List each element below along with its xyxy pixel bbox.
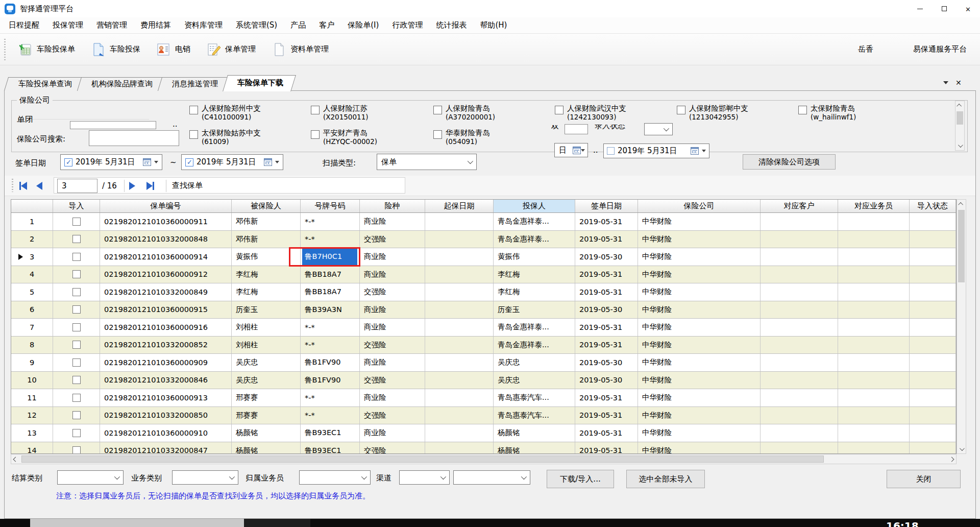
column-header-start[interactable]: 起保日期 — [425, 200, 494, 212]
scrollbar-thumb[interactable] — [957, 111, 963, 125]
cell-start[interactable] — [425, 248, 494, 266]
cell-plate[interactable]: 鲁BB18A7 — [301, 283, 360, 301]
cell-customer[interactable] — [761, 213, 838, 230]
pager-grip[interactable] — [12, 179, 13, 192]
import-checkbox[interactable] — [72, 394, 81, 402]
table-row-3[interactable]: 30219820121010360000914黄振伟鲁B7H0C1商业险黄振伟2… — [11, 248, 956, 266]
table-row-1[interactable]: 10219820121010360000911邓伟新*-*商业险青岛金惠祥泰..… — [11, 213, 956, 231]
cell-plate[interactable]: 鲁B1FV90 — [301, 372, 360, 389]
cell-applicant[interactable]: 青岛金惠祥泰... — [494, 231, 575, 248]
table-row-10[interactable]: 100219820121010332000846吴庆忠鲁B1FV90交强险吴庆忠… — [11, 372, 956, 390]
cell-policy[interactable]: 0219820121010332000848 — [100, 231, 232, 248]
toolbar-grip[interactable] — [4, 39, 6, 60]
cell-start[interactable] — [425, 389, 494, 406]
cell-company[interactable]: 中华财险 — [638, 442, 761, 454]
table-row-7[interactable]: 70219820121010360000916刘相柱*-*商业险青岛金惠祥泰..… — [11, 319, 956, 337]
cell-salesman[interactable] — [838, 442, 910, 454]
table-row-13[interactable]: 130219820121010360000910杨颜铭鲁B93EC1商业险杨颜铭… — [11, 424, 956, 442]
toolbar-button-1[interactable]: 车险投保单 — [10, 39, 83, 60]
cell-sign[interactable]: 2019-05-31 — [575, 213, 638, 230]
select-all-unimported-button[interactable]: 选中全部未导入 — [626, 470, 705, 488]
import-checkbox[interactable] — [72, 270, 81, 278]
cell-num[interactable]: 13 — [11, 424, 53, 442]
cell-import[interactable] — [53, 283, 100, 301]
tab-list-dropdown-icon[interactable] — [943, 81, 948, 87]
scroll-down-icon[interactable] — [957, 445, 966, 453]
cell-company[interactable]: 中华财险 — [638, 424, 761, 442]
cell-policy[interactable]: 0219820121010332000852 — [100, 337, 232, 354]
cell-risk[interactable]: 商业险 — [360, 319, 425, 336]
cell-insured[interactable]: 刘相柱 — [232, 337, 301, 354]
company-checkbox[interactable] — [311, 106, 320, 114]
tab-close-icon[interactable] — [955, 78, 962, 87]
cell-sign[interactable]: 2019-05-31 — [575, 407, 638, 424]
maximize-button[interactable] — [932, 0, 956, 17]
cell-policy[interactable]: 0219820121010360000915 — [100, 301, 232, 319]
cell-plate[interactable]: 鲁B39A3N — [301, 301, 360, 319]
settle-type-combo[interactable] — [57, 470, 124, 485]
cell-applicant[interactable]: 青岛金惠祥泰... — [494, 319, 575, 336]
cell-applicant[interactable]: 杨颜铭 — [494, 424, 575, 442]
cell-company[interactable]: 中华财险 — [638, 213, 761, 230]
cell-num[interactable]: 7 — [11, 319, 53, 336]
cell-num[interactable]: 2 — [11, 231, 53, 248]
cell-insured[interactable]: 李红梅 — [232, 266, 301, 283]
import-checkbox[interactable] — [72, 341, 81, 349]
import-checkbox[interactable] — [72, 446, 81, 454]
company-search-input[interactable] — [89, 130, 179, 146]
scroll-up-icon[interactable] — [957, 200, 966, 208]
import-checkbox[interactable] — [72, 323, 81, 331]
cell-insured[interactable]: 邢赛赛 — [232, 389, 301, 406]
table-row-5[interactable]: 50219820121010332000849李红梅鲁BB18A7交强险李红梅2… — [11, 283, 956, 301]
cell-start[interactable] — [425, 354, 494, 371]
calendar-icon[interactable] — [143, 158, 151, 166]
cell-import[interactable] — [53, 407, 100, 424]
occluded-date-fragment[interactable]: 日 — [554, 143, 588, 157]
menu-item-5[interactable]: 资料库管理 — [178, 20, 229, 30]
cell-import[interactable] — [53, 354, 100, 371]
cell-sign[interactable]: 2019-05-31 — [575, 442, 638, 454]
cell-start[interactable] — [425, 283, 494, 301]
cell-policy[interactable]: 0219820121010360000909 — [100, 354, 232, 371]
cell-status[interactable] — [910, 442, 956, 454]
column-header-salesman[interactable]: 对应业务员 — [838, 200, 910, 212]
cell-sign[interactable]: 2019-05-31 — [575, 266, 638, 283]
cell-insured[interactable]: 吴庆忠 — [232, 372, 301, 389]
cell-company[interactable]: 中华财险 — [638, 372, 761, 389]
cell-applicant[interactable]: 黄振伟 — [494, 248, 575, 266]
import-checkbox[interactable] — [72, 376, 81, 384]
cell-plate[interactable]: *-* — [301, 407, 360, 424]
occluded-status-combo[interactable] — [644, 123, 673, 135]
cell-status[interactable] — [910, 372, 956, 389]
sign-date-to-picker[interactable]: 2019年 5月31日 — [181, 154, 283, 170]
last-page-button[interactable] — [146, 182, 154, 190]
cell-salesman[interactable] — [838, 319, 910, 336]
cell-sign[interactable]: 2019-05-31 — [575, 231, 638, 248]
cell-salesman[interactable] — [838, 337, 910, 354]
cell-customer[interactable] — [761, 301, 838, 319]
find-policy-button[interactable]: 查找保单 — [172, 181, 203, 190]
cell-sign[interactable]: 2019-05-31 — [575, 319, 638, 336]
company-checkbox[interactable] — [189, 106, 198, 114]
column-header-sign[interactable]: 签单日期 — [575, 200, 638, 212]
cell-import[interactable] — [53, 213, 100, 230]
close-page-button[interactable]: 关闭 — [887, 470, 961, 488]
cell-applicant[interactable]: 青岛惠泰汽车... — [494, 407, 575, 424]
cell-plate[interactable]: *-* — [301, 389, 360, 406]
import-checkbox[interactable] — [72, 235, 81, 243]
cell-sign[interactable]: 2019-05-31 — [575, 389, 638, 406]
cell-insured[interactable]: 历奎玉 — [232, 301, 301, 319]
occluded-date-picker[interactable]: 2019年 5月31日 — [603, 143, 709, 158]
scroll-left-icon[interactable] — [11, 454, 20, 464]
cell-import[interactable] — [53, 319, 100, 336]
cell-insured[interactable]: 刘相柱 — [232, 319, 301, 336]
import-checkbox[interactable] — [72, 253, 81, 261]
cell-plate[interactable]: 鲁B1FV90 — [301, 354, 360, 371]
cell-customer[interactable] — [761, 389, 838, 406]
cell-import[interactable] — [53, 389, 100, 406]
scroll-up-icon[interactable] — [955, 101, 964, 110]
date-checkbox[interactable] — [607, 147, 615, 155]
import-checkbox[interactable] — [72, 218, 81, 226]
menu-item-12[interactable]: 帮助(H) — [473, 20, 513, 30]
cell-status[interactable] — [910, 354, 956, 371]
